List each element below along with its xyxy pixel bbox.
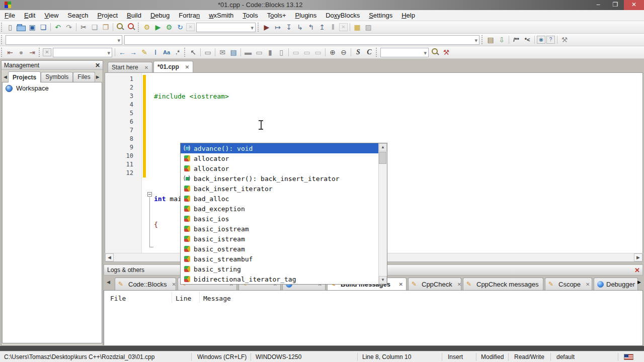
rebuild-button[interactable]: ↻ <box>175 22 185 32</box>
scroll-left-icon[interactable]: ◀ <box>105 253 114 261</box>
layout-align-left-button[interactable]: ▮ <box>265 47 275 57</box>
wxsmith-events-button[interactable]: ✉ <box>217 47 227 57</box>
doxyblocks-run-chm-button[interactable]: ? <box>546 36 555 44</box>
step-out-button[interactable]: ↰ <box>306 22 316 32</box>
column-header-file[interactable]: File <box>110 295 126 302</box>
doxyblocks-extract-documentation-button[interactable]: ▤ <box>486 35 496 45</box>
fold-collapse-icon[interactable] <box>147 192 152 197</box>
close-tab-icon[interactable]: ✕ <box>539 282 543 287</box>
browse-tracker-back-button[interactable]: ⇤ <box>5 47 15 57</box>
step-into-button[interactable]: ↳ <box>295 22 305 32</box>
menu-plugins[interactable]: Plugins <box>291 10 321 21</box>
doxyblocks-run-html-button[interactable]: ◉ <box>537 36 545 44</box>
close-tab-icon[interactable]: ✕ <box>394 282 403 287</box>
close-logs-icon[interactable]: ✕ <box>634 265 640 276</box>
menu-doxyblocks[interactable]: DoxyBlocks <box>321 10 364 21</box>
paste-button[interactable]: ❐ <box>101 22 111 32</box>
abort-build-button[interactable]: ✕ <box>186 23 195 31</box>
wxsmith-source-button[interactable]: ▤ <box>228 47 238 57</box>
browse-tracker-marker-button[interactable]: ● <box>16 47 26 57</box>
doxyblocks-line-comment-button[interactable]: *< <box>522 35 532 45</box>
tab-debugger[interactable]: Debugger <box>594 278 638 290</box>
doxyblocks-input-button[interactable]: ⇩ <box>497 35 507 45</box>
autocomplete-item[interactable]: bad_alloc <box>181 194 378 204</box>
undo-button[interactable]: ↶ <box>53 22 63 32</box>
tab-cscope[interactable]: Cscope ✕ <box>545 278 592 290</box>
scroll-down-icon[interactable]: ▼ <box>379 276 387 284</box>
autocomplete-item[interactable]: basic_ios <box>181 214 378 224</box>
new-file-button[interactable]: ▯ <box>5 22 15 32</box>
autocomplete-item[interactable]: basic_iostream <box>181 224 378 234</box>
tab-cppcheck[interactable]: CppCheck ✕ <box>408 278 461 290</box>
autocomplete-item[interactable]: back_insert_iterator <box>181 184 378 194</box>
incsearch-highlight-button[interactable]: ✎ <box>139 47 149 57</box>
run-to-cursor-button[interactable]: ↦ <box>273 22 283 32</box>
border-option-button-2[interactable]: ▭ <box>302 47 312 57</box>
autocomplete-item[interactable]: basic_istream <box>181 234 378 244</box>
incsearch-regex-button[interactable]: .* <box>173 47 183 57</box>
menu-settings[interactable]: Settings <box>364 10 397 21</box>
tab-codeblocks[interactable]: Code::Blocks ✕ <box>115 278 176 290</box>
zoom-out-button[interactable]: ⊖ <box>339 47 349 57</box>
autocomplete-item[interactable]: basic_string <box>181 264 378 274</box>
debug-continue-button[interactable]: ▶ <box>262 22 272 32</box>
autocomplete-item[interactable]: back_inserter(): back_insert_iterator <box>181 173 378 184</box>
close-tab-icon[interactable]: ✕ <box>167 282 176 287</box>
stop-debugger-button[interactable]: ✕ <box>339 23 348 31</box>
zoom-in-button[interactable]: ⊕ <box>328 47 338 57</box>
close-tab-icon[interactable]: ✕ <box>581 282 590 287</box>
autocomplete-item[interactable]: allocator <box>181 153 378 163</box>
codecompletion-function-combo[interactable] <box>124 35 479 45</box>
close-button[interactable]: ✕ <box>624 0 644 10</box>
nassi-shneiderman-s-button[interactable]: S <box>353 47 363 57</box>
autocomplete-scrollbar[interactable]: ▲ ▼ <box>378 143 387 284</box>
restore-button[interactable]: ❐ <box>607 0 624 10</box>
incsearch-match-case-button[interactable]: Aa <box>162 47 172 57</box>
incsearch-prev-button[interactable]: ← <box>117 47 127 57</box>
cscope-search-combo[interactable] <box>380 48 429 57</box>
border-option-button-3[interactable]: ▭ <box>313 47 323 57</box>
open-file-button[interactable] <box>16 22 26 32</box>
autocomplete-item[interactable]: bidirectional_iterator_tag <box>181 274 378 284</box>
menu-view[interactable]: View <box>40 10 63 21</box>
layout-align-right-button[interactable]: ▯ <box>276 47 286 57</box>
build-button[interactable]: ⚙ <box>142 22 152 32</box>
find-button[interactable] <box>115 22 125 32</box>
build-target-combo[interactable] <box>196 23 256 32</box>
cut-button[interactable]: ✂ <box>78 22 89 32</box>
close-tab-icon[interactable]: ✕ <box>452 282 461 287</box>
build-and-run-button[interactable]: ⚙ <box>164 22 174 32</box>
workspace-tree-item[interactable]: Workspace <box>3 82 102 92</box>
debug-info-button[interactable]: ▨ <box>363 22 373 32</box>
menu-tools-plus[interactable]: Tools+ <box>263 10 291 21</box>
next-line-button[interactable]: ↧ <box>284 22 294 32</box>
incsearch-clear-button[interactable]: ✕ <box>43 48 51 56</box>
redo-button[interactable]: ↷ <box>64 22 74 32</box>
column-header-message[interactable]: Message <box>203 295 231 302</box>
run-button[interactable]: ▶ <box>153 22 163 32</box>
menu-search[interactable]: Search <box>63 10 93 21</box>
tab-start-here[interactable]: Start here ✕ <box>108 62 152 72</box>
incsearch-next-button[interactable]: → <box>128 47 138 57</box>
autocomplete-item[interactable]: advance(): void <box>181 143 378 153</box>
menu-tools[interactable]: Tools <box>238 10 262 21</box>
close-tab-icon[interactable]: ✕ <box>185 64 189 70</box>
minimize-button[interactable]: – <box>590 0 607 10</box>
tab-scroll-right-icon[interactable]: ▶ <box>95 72 101 82</box>
menu-file[interactable]: File <box>0 10 20 21</box>
layout-align-top-button[interactable]: ▬ <box>243 47 253 57</box>
tab-scroll-left-icon[interactable]: ◀ <box>106 277 111 287</box>
replace-button[interactable] <box>126 22 136 32</box>
browse-tracker-forward-button[interactable]: ⇥ <box>27 47 37 57</box>
menu-project[interactable]: Project <box>93 10 122 21</box>
scrollbar-thumb[interactable] <box>379 152 386 164</box>
menu-build[interactable]: Build <box>122 10 146 21</box>
tab-scroll-right-icon[interactable]: ▶ <box>636 277 642 287</box>
autocomplete-item[interactable]: basic_ostream <box>181 244 378 254</box>
scroll-up-icon[interactable]: ▲ <box>379 143 387 151</box>
copy-button[interactable]: ❏ <box>90 22 100 32</box>
scroll-right-icon[interactable]: ▶ <box>634 253 642 261</box>
cscope-settings-button[interactable]: ⚒ <box>441 47 451 57</box>
next-instruction-button[interactable]: ↥ <box>317 22 327 32</box>
wxsmith-pointer-button[interactable]: ↖ <box>188 47 198 57</box>
